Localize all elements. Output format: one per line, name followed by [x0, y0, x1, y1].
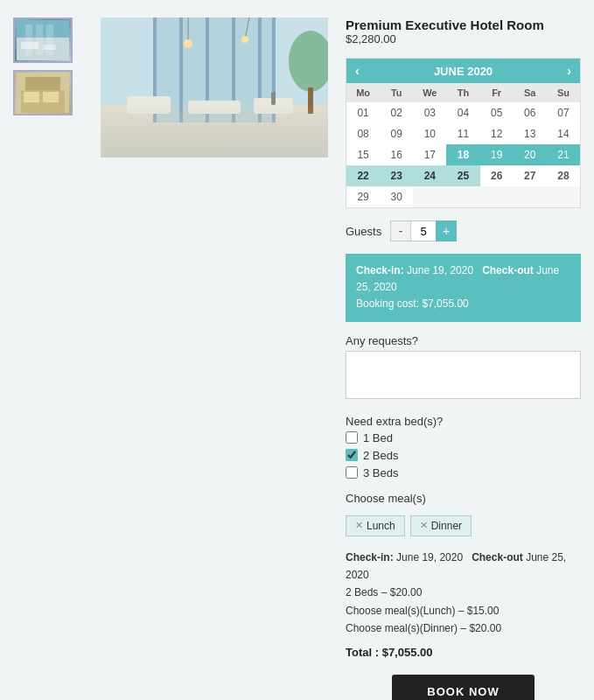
calendar-day[interactable]: 25	[446, 165, 479, 186]
calendar-day[interactable]: 24	[413, 165, 446, 186]
bed-1-label: 1 Bed	[363, 431, 393, 444]
svg-rect-3	[36, 24, 43, 55]
calendar-day[interactable]: 02	[380, 102, 413, 123]
bed-2-checkbox[interactable]	[346, 449, 358, 461]
guests-value: 5	[411, 220, 436, 242]
svg-rect-5	[21, 42, 38, 49]
calendar-day[interactable]: 07	[547, 102, 580, 123]
meal-tag-lunch[interactable]: ✕ Lunch	[346, 515, 405, 536]
calendar-day[interactable]: 10	[413, 123, 446, 144]
meal-lunch-label: Lunch	[367, 520, 395, 532]
svg-rect-4	[46, 24, 53, 55]
svg-rect-6	[43, 45, 56, 50]
svg-rect-10	[43, 92, 59, 102]
calendar-day[interactable]: 04	[446, 102, 479, 123]
breakdown-lunch: Choose meal(s)(Lunch) – $15.00	[346, 602, 581, 620]
main-hotel-image	[101, 18, 328, 158]
meal-lunch-remove[interactable]: ✕	[355, 520, 363, 531]
total-value: $7,055.00	[382, 646, 433, 659]
meals-section: Choose meal(s) ✕ Lunch ✕ Dinner	[346, 492, 581, 536]
calendar-day[interactable]: 19	[480, 144, 514, 165]
requests-textarea[interactable]	[346, 351, 581, 399]
booking-summary-box: Check-in: June 19, 2020 Check-out June 2…	[346, 254, 581, 322]
thumbnail-2[interactable]	[13, 70, 73, 116]
weekday-sa: Sa	[514, 83, 547, 102]
meal-tag-dinner[interactable]: ✕ Dinner	[410, 515, 472, 536]
bed-3-checkbox[interactable]	[346, 466, 358, 479]
calendar-day[interactable]: 16	[380, 144, 413, 165]
calendar-day[interactable]	[514, 186, 547, 207]
calendar-day[interactable]: 13	[514, 123, 547, 144]
calendar-day[interactable]: 30	[380, 186, 413, 207]
weekday-tu: Tu	[380, 83, 413, 102]
weekday-mo: Mo	[346, 83, 380, 102]
meal-dinner-label: Dinner	[431, 520, 462, 532]
calendar-day[interactable]: 18	[446, 144, 479, 165]
weekday-th: Th	[446, 83, 479, 102]
calendar-day[interactable]: 08	[346, 123, 380, 144]
calendar-day[interactable]	[480, 186, 514, 207]
svg-rect-30	[271, 92, 276, 105]
svg-rect-19	[258, 18, 262, 122]
hotel-price: $2,280.00	[346, 32, 581, 46]
breakdown-beds: 2 Beds – $20.00	[346, 584, 581, 601]
guests-row: Guests - 5 +	[346, 220, 581, 242]
meal-dinner-remove[interactable]: ✕	[420, 520, 428, 531]
bed-1-checkbox[interactable]	[346, 431, 358, 444]
weekday-fr: Fr	[480, 83, 514, 102]
meals-label: Choose meal(s)	[346, 492, 581, 505]
calendar-day[interactable]	[446, 186, 479, 207]
total-row: Total : $7,055.00	[346, 643, 581, 662]
thumbnail-1[interactable]	[13, 18, 73, 63]
svg-rect-17	[206, 18, 209, 122]
calendar-day[interactable]: 26	[480, 165, 514, 186]
calendar-day[interactable]: 22	[346, 165, 380, 186]
cost-value: $7,055.00	[422, 298, 468, 310]
cost-breakdown: Check-in: June 19, 2020 Check-out June 2…	[346, 549, 581, 662]
svg-rect-13	[101, 105, 328, 158]
calendar-day[interactable]	[547, 186, 580, 207]
guests-plus-button[interactable]: +	[436, 220, 457, 242]
svg-rect-2	[25, 24, 32, 55]
calendar-day[interactable]: 21	[547, 144, 580, 165]
svg-rect-14	[153, 18, 276, 122]
calendar-weekdays: Mo Tu We Th Fr Sa Su	[346, 83, 580, 102]
calendar-prev[interactable]: ‹	[355, 64, 360, 78]
calendar-grid: 0102030405060708091011121314151617181920…	[346, 102, 580, 207]
calendar-day[interactable]: 01	[346, 102, 380, 123]
svg-point-29	[241, 36, 248, 43]
svg-rect-25	[308, 88, 313, 114]
svg-rect-9	[24, 92, 39, 102]
calendar-day[interactable]: 15	[346, 144, 380, 165]
svg-rect-20	[272, 18, 276, 122]
calendar-day[interactable]: 27	[514, 165, 547, 186]
calendar-next[interactable]: ›	[567, 64, 571, 78]
bed-2-label: 2 Beds	[363, 449, 398, 462]
guests-control: - 5 +	[390, 220, 457, 242]
extra-beds-label: Need extra bed(s)?	[346, 415, 581, 428]
breakdown-dinner: Choose meal(s)(Dinner) – $20.00	[346, 620, 581, 637]
breakdown-checkin-date: June 19, 2020	[396, 551, 463, 564]
bed-1-option[interactable]: 1 Bed	[346, 431, 581, 444]
svg-rect-16	[179, 18, 183, 122]
book-now-button[interactable]: BOOK NOW	[392, 675, 534, 700]
calendar-day[interactable]: 05	[480, 102, 514, 123]
calendar-day[interactable]: 09	[380, 123, 413, 144]
guests-minus-button[interactable]: -	[390, 220, 411, 242]
bed-2-option[interactable]: 2 Beds	[346, 449, 581, 462]
calendar-day[interactable]: 06	[514, 102, 547, 123]
calendar-day[interactable]: 20	[514, 144, 547, 165]
calendar-day[interactable]: 29	[346, 186, 380, 207]
calendar-day[interactable]: 28	[547, 165, 580, 186]
bed-3-option[interactable]: 3 Beds	[346, 466, 581, 480]
requests-section: Any requests?	[346, 334, 581, 402]
calendar-day[interactable]: 03	[413, 102, 446, 123]
calendar-day[interactable]: 12	[480, 123, 514, 144]
weekday-su: Su	[547, 83, 580, 102]
breakdown-checkin-label: Check-in:	[346, 551, 394, 564]
calendar-day[interactable]: 11	[446, 123, 479, 144]
calendar-day[interactable]	[413, 186, 446, 207]
calendar-day[interactable]: 14	[547, 123, 580, 144]
calendar-day[interactable]: 17	[413, 144, 446, 165]
calendar-day[interactable]: 23	[380, 165, 413, 186]
